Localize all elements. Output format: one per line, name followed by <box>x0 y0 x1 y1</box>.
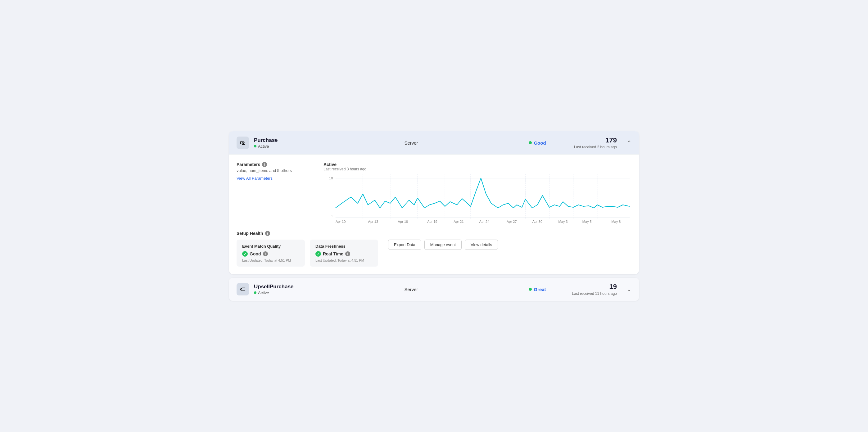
svg-text:Apr 30: Apr 30 <box>532 220 542 223</box>
view-all-parameters-link[interactable]: View All Parameters <box>237 176 273 181</box>
chart-header: Active Last received 3 hours ago <box>323 162 631 171</box>
upsell-purchase-name: UpsellPurchase <box>254 284 304 290</box>
chart-title: Active <box>323 162 631 167</box>
export-data-button[interactable]: Export Data <box>388 240 421 250</box>
manage-event-button[interactable]: Manage event <box>424 240 462 250</box>
event-header-upsell-purchase[interactable]: 🏷 UpsellPurchase Active Server Great 19 … <box>229 278 639 301</box>
svg-text:Apr 10: Apr 10 <box>336 220 346 223</box>
svg-text:May 5: May 5 <box>582 220 592 223</box>
setup-health-info-icon[interactable]: i <box>265 231 270 236</box>
setup-health-title: Setup Health i <box>237 231 631 236</box>
event-match-quality-info[interactable]: i <box>263 251 268 256</box>
event-card-purchase: 🛍 Purchase Active Server Good 179 Last r… <box>229 131 639 274</box>
data-freshness-check: ✓ <box>315 251 321 257</box>
upsell-purchase-status-label: Active <box>258 290 269 295</box>
upsell-purchase-last-received: Last received 11 hours ago <box>561 291 617 296</box>
data-freshness-status: ✓ Real Time i <box>315 251 373 257</box>
params-title: Parameters i <box>237 162 311 167</box>
event-match-quality-updated: Last Updated: Today at 4:51 PM <box>242 258 299 262</box>
purchase-name-group: Purchase Active <box>254 137 304 149</box>
upsell-purchase-icon: 🏷 <box>237 283 249 296</box>
data-freshness-card: Data Freshness ✓ Real Time i Last Update… <box>310 240 378 267</box>
purchase-name: Purchase <box>254 137 304 143</box>
purchase-count-group: 179 Last received 2 hours ago <box>561 136 617 149</box>
activity-chart-svg: 10 1 <box>323 174 631 223</box>
event-match-quality-title: Event Match Quality <box>242 244 299 249</box>
view-details-button[interactable]: View details <box>465 240 498 250</box>
activity-chart-section: Active Last received 3 hours ago 10 1 <box>323 162 631 223</box>
setup-health-section: Setup Health i Event Match Quality ✓ Goo… <box>237 231 631 267</box>
parameters-section: Parameters i value, num_items and 5 othe… <box>237 162 311 223</box>
svg-text:Apr 24: Apr 24 <box>479 220 490 223</box>
upsell-purchase-expand-icon[interactable]: ⌄ <box>627 286 631 292</box>
svg-text:Apr 16: Apr 16 <box>398 220 408 223</box>
purchase-body-top: Parameters i value, num_items and 5 othe… <box>237 162 631 223</box>
event-card-upsell-purchase: 🏷 UpsellPurchase Active Server Great 19 … <box>229 278 639 301</box>
upsell-purchase-quality-label: Great <box>534 287 546 292</box>
chart-area: 10 1 <box>323 174 631 223</box>
event-match-quality-check: ✓ <box>242 251 248 257</box>
svg-text:Apr 21: Apr 21 <box>454 220 464 223</box>
purchase-last-received: Last received 2 hours ago <box>561 145 617 149</box>
svg-text:Apr 13: Apr 13 <box>368 220 378 223</box>
chart-subtitle: Last received 3 hours ago <box>323 167 631 171</box>
upsell-purchase-status: Active <box>254 290 304 295</box>
event-match-quality-status: ✓ Good i <box>242 251 299 257</box>
purchase-collapse-icon[interactable]: ⌃ <box>627 140 631 146</box>
event-match-quality-label: Good <box>250 251 261 256</box>
purchase-status: Active <box>254 144 304 149</box>
params-desc: value, num_items and 5 others <box>237 168 311 173</box>
upsell-purchase-status-dot <box>254 291 256 294</box>
svg-text:Apr 19: Apr 19 <box>427 220 437 223</box>
data-freshness-label: Real Time <box>323 251 343 256</box>
svg-text:1: 1 <box>331 214 333 218</box>
upsell-purchase-name-group: UpsellPurchase Active <box>254 284 304 295</box>
event-match-quality-card: Event Match Quality ✓ Good i Last Update… <box>237 240 305 267</box>
params-title-text: Parameters <box>237 162 260 167</box>
purchase-quality-label: Good <box>534 140 546 146</box>
svg-text:Apr 27: Apr 27 <box>507 220 517 223</box>
upsell-purchase-quality-group: Great <box>519 287 556 292</box>
health-actions-group: Export Data Manage event View details <box>388 240 498 250</box>
purchase-status-label: Active <box>258 144 269 149</box>
svg-text:May 8: May 8 <box>611 220 621 223</box>
purchase-count: 179 <box>561 136 617 144</box>
purchase-quality-dot <box>529 141 532 144</box>
upsell-purchase-quality-dot <box>529 288 532 291</box>
event-header-purchase[interactable]: 🛍 Purchase Active Server Good 179 Last r… <box>229 131 639 154</box>
upsell-purchase-source: Server <box>309 287 514 292</box>
data-freshness-title: Data Freshness <box>315 244 373 249</box>
purchase-event-body: Parameters i value, num_items and 5 othe… <box>229 154 639 274</box>
data-freshness-updated: Last Updated: Today at 4:51 PM <box>315 258 373 262</box>
main-container: 🛍 Purchase Active Server Good 179 Last r… <box>229 131 639 301</box>
purchase-status-dot <box>254 145 256 147</box>
setup-health-title-text: Setup Health <box>237 231 263 236</box>
purchase-icon: 🛍 <box>237 136 249 149</box>
data-freshness-info[interactable]: i <box>345 251 350 256</box>
purchase-source: Server <box>309 140 514 146</box>
upsell-purchase-count-group: 19 Last received 11 hours ago <box>561 283 617 296</box>
svg-text:May 3: May 3 <box>558 220 568 223</box>
health-cards-row: Event Match Quality ✓ Good i Last Update… <box>237 240 631 267</box>
params-info-icon[interactable]: i <box>262 162 267 167</box>
purchase-quality-group: Good <box>519 140 556 146</box>
upsell-purchase-count: 19 <box>561 283 617 291</box>
svg-text:10: 10 <box>329 176 333 180</box>
